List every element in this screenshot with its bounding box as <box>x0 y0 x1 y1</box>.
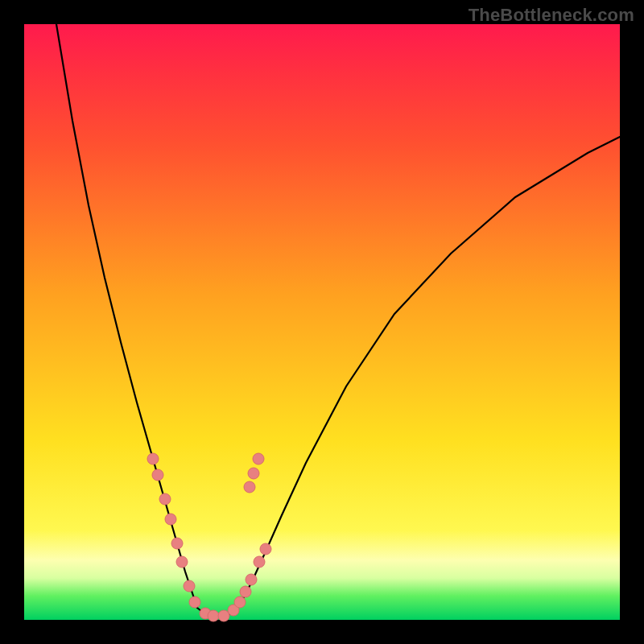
plot-area <box>24 24 620 620</box>
data-point <box>189 597 200 608</box>
curve-layer <box>24 24 620 620</box>
data-point <box>244 481 255 493</box>
data-points <box>147 453 271 621</box>
data-point <box>260 543 271 555</box>
data-point <box>248 468 259 479</box>
data-point <box>184 580 195 592</box>
data-point <box>147 453 159 464</box>
data-point <box>253 453 264 464</box>
data-point <box>165 514 176 525</box>
data-point <box>171 538 183 549</box>
curve-right-branch <box>237 137 620 608</box>
data-point <box>234 597 246 608</box>
watermark-label: TheBottleneck.com <box>469 5 634 26</box>
data-point <box>159 493 171 505</box>
data-point <box>208 610 219 621</box>
data-point <box>254 556 265 568</box>
data-point <box>240 586 251 597</box>
chart-frame: TheBottleneck.com <box>0 0 644 644</box>
data-point <box>176 556 188 568</box>
data-point <box>246 574 257 585</box>
data-point <box>152 469 163 481</box>
